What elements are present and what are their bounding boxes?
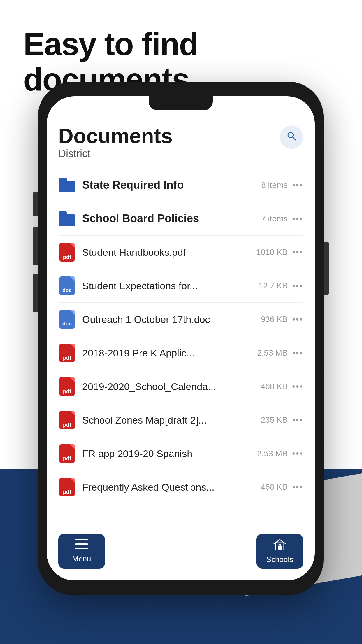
menu-icon (75, 539, 88, 552)
item-size-handbooks: 1010 KB (256, 248, 287, 257)
item-size-zones: 235 KB (261, 415, 288, 425)
item-more-fr[interactable]: ••• (292, 449, 303, 459)
phone-button-mute (33, 192, 38, 216)
list-item[interactable]: pdf 2019-2020_School_Calenda... 468 KB •… (58, 370, 303, 403)
pdf-icon-faq: pdf (58, 477, 76, 497)
item-more-prek[interactable]: ••• (292, 348, 303, 358)
item-size-outreach: 936 KB (261, 315, 288, 324)
schools-label: Schools (266, 555, 294, 564)
pdf-icon-fr: pdf (58, 443, 76, 464)
folder-icon-board (58, 209, 76, 229)
item-name-state: State Required Info (82, 178, 261, 192)
menu-label: Menu (72, 554, 91, 564)
doc-icon-expectations: doc (58, 276, 76, 296)
item-name-board: School Board Policies (82, 212, 261, 225)
svg-rect-2 (75, 539, 88, 540)
menu-button[interactable]: Menu (58, 534, 105, 569)
phone-button-volume-up (33, 228, 38, 265)
item-name-prek: 2018-2019 Pre K Applic... (82, 347, 257, 359)
pdf-icon-calendar: pdf (58, 376, 76, 397)
item-more-faq[interactable]: ••• (292, 482, 303, 492)
list-item[interactable]: pdf Student Handbooks.pdf 1010 KB ••• (58, 236, 303, 269)
schools-icon (273, 538, 286, 553)
svg-rect-3 (75, 543, 88, 545)
bottom-nav: Menu Schools (58, 534, 303, 569)
item-name-handbooks: Student Handbooks.pdf (82, 246, 256, 258)
item-more-expectations[interactable]: ••• (292, 281, 303, 291)
folder-icon-state (58, 175, 76, 195)
list-item[interactable]: doc Outreach 1 October 17th.doc 936 KB •… (58, 303, 303, 336)
item-size-calendar: 468 KB (261, 382, 288, 391)
list-item[interactable]: pdf FR app 2019-20 Spanish 2.53 MB ••• (58, 437, 303, 470)
svg-rect-6 (278, 546, 282, 550)
phone-button-volume-down (33, 274, 38, 312)
pdf-icon-prek: pdf (58, 343, 76, 363)
item-size-faq: 468 KB (261, 482, 288, 492)
list-item[interactable]: School Board Policies 7 items ••• (58, 202, 303, 236)
pdf-icon-zones: pdf (58, 410, 76, 430)
search-button[interactable] (280, 125, 303, 149)
item-name-fr: FR app 2019-20 Spanish (82, 448, 257, 460)
list-item[interactable]: doc Student Expectations for... 12.7 KB … (58, 269, 303, 303)
svg-rect-7 (279, 544, 281, 546)
phone-screen: Documents District (47, 96, 315, 580)
item-more-board[interactable]: ••• (292, 214, 303, 224)
search-icon (286, 131, 297, 144)
list-item[interactable]: pdf Frequently Asked Questions... 468 KB… (58, 470, 303, 504)
phone-button-power (324, 242, 329, 295)
phone-frame: Documents District (38, 82, 324, 595)
item-size-prek: 2.53 MB (257, 348, 287, 358)
schools-button[interactable]: Schools (256, 534, 303, 569)
item-more-zones[interactable]: ••• (292, 415, 303, 425)
item-more-outreach[interactable]: ••• (292, 314, 303, 324)
item-size-state: 8 items (261, 181, 287, 190)
item-name-zones: School Zones Map[draft 2]... (82, 414, 261, 426)
list-item[interactable]: State Required Info 8 items ••• (58, 169, 303, 202)
item-more-handbooks[interactable]: ••• (292, 247, 303, 257)
list-item[interactable]: pdf School Zones Map[draft 2]... 235 KB … (58, 403, 303, 437)
item-size-board: 7 items (261, 214, 287, 223)
list-item[interactable]: pdf 2018-2019 Pre K Applic... 2.53 MB ••… (58, 336, 303, 370)
screen-content: Documents District (47, 114, 315, 580)
item-name-outreach: Outreach 1 October 17th.doc (82, 314, 261, 326)
documents-title: Documents (58, 125, 173, 146)
header-titles: Documents District (58, 125, 173, 160)
svg-rect-4 (75, 548, 88, 549)
item-size-expectations: 12.7 KB (259, 281, 288, 290)
item-more-calendar[interactable]: ••• (292, 382, 303, 391)
svg-line-1 (293, 137, 296, 140)
item-name-calendar: 2019-2020_School_Calenda... (82, 381, 261, 393)
documents-subtitle: District (58, 148, 173, 160)
phone-notch (149, 96, 213, 110)
doc-icon-outreach: doc (58, 309, 76, 330)
item-size-fr: 2.53 MB (257, 449, 287, 458)
document-header: Documents District (58, 125, 303, 160)
item-more-state[interactable]: ••• (292, 180, 303, 190)
item-name-faq: Frequently Asked Questions... (82, 481, 261, 493)
file-list: State Required Info 8 items ••• School B… (58, 169, 303, 504)
pdf-icon-handbooks: pdf (58, 242, 76, 262)
item-name-expectations: Student Expectations for... (82, 280, 259, 292)
